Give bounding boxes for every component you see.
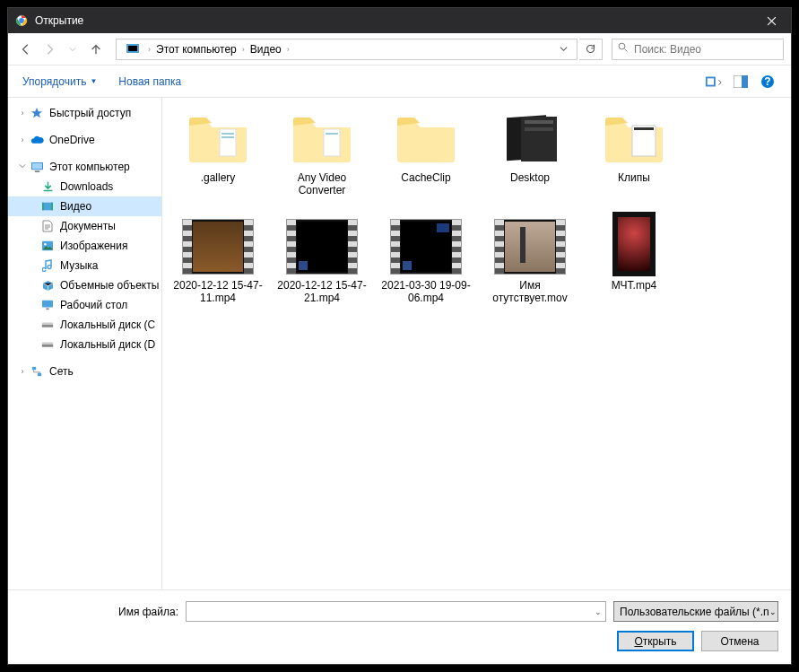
svg-rect-37 bbox=[632, 126, 656, 156]
svg-rect-14 bbox=[34, 170, 39, 172]
recent-dropdown[interactable] bbox=[62, 39, 83, 60]
organize-button[interactable]: Упорядочить▼ bbox=[19, 72, 100, 92]
cube-icon bbox=[40, 278, 55, 292]
breadcrumb-dropdown[interactable] bbox=[556, 43, 571, 56]
svg-rect-32 bbox=[326, 133, 338, 135]
back-button[interactable] bbox=[15, 39, 37, 60]
svg-point-1 bbox=[19, 18, 24, 23]
svg-rect-7 bbox=[708, 78, 714, 84]
drive-icon bbox=[40, 337, 55, 352]
sidebar-disk-c[interactable]: Локальный диск (C bbox=[8, 315, 161, 335]
breadcrumb-current[interactable]: Видео bbox=[248, 43, 284, 56]
sidebar-quick-access[interactable]: ›Быстрый доступ bbox=[8, 103, 161, 123]
svg-rect-27 bbox=[38, 373, 41, 376]
preview-pane-button[interactable] bbox=[728, 71, 753, 92]
svg-rect-26 bbox=[32, 367, 36, 370]
folder-item[interactable]: Any Video Converter bbox=[270, 107, 374, 214]
up-button[interactable] bbox=[85, 39, 107, 60]
svg-rect-25 bbox=[42, 345, 53, 347]
star-icon bbox=[30, 106, 44, 120]
titlebar[interactable]: Открытие bbox=[8, 8, 791, 33]
breadcrumb[interactable]: › Этот компьютер › Видео › bbox=[116, 39, 578, 60]
footer: Имя файла: ⌄ Пользовательские файлы (*.n… bbox=[8, 589, 791, 664]
monitor-icon bbox=[30, 160, 44, 174]
sidebar-downloads[interactable]: Downloads bbox=[8, 177, 161, 196]
sidebar-music[interactable]: Музыка bbox=[8, 256, 161, 275]
svg-point-5 bbox=[619, 43, 625, 49]
svg-rect-29 bbox=[221, 133, 234, 135]
navigation-bar: › Этот компьютер › Видео › Поиск: Видео bbox=[8, 33, 791, 65]
video-item[interactable]: МЧТ.mp4 bbox=[582, 214, 686, 322]
sidebar-documents[interactable]: Документы bbox=[8, 216, 161, 236]
help-button[interactable]: ? bbox=[755, 71, 780, 92]
picture-icon bbox=[40, 239, 55, 253]
sidebar-video[interactable]: Видео bbox=[8, 196, 161, 216]
sidebar-this-pc[interactable]: Этот компьютер bbox=[8, 157, 161, 177]
folder-item[interactable]: CacheClip bbox=[374, 107, 478, 214]
close-button[interactable] bbox=[751, 8, 791, 33]
download-icon bbox=[40, 179, 55, 194]
svg-rect-35 bbox=[525, 120, 553, 124]
sidebar-3d-objects[interactable]: Объемные объекты bbox=[8, 275, 161, 295]
search-input[interactable]: Поиск: Видео bbox=[612, 39, 784, 60]
svg-rect-17 bbox=[51, 203, 53, 211]
search-placeholder: Поиск: Видео bbox=[634, 43, 701, 56]
video-item[interactable]: 2021-03-30 19-09-06.mp4 bbox=[374, 214, 478, 322]
video-item[interactable]: 2020-12-12 15-47-21.mp4 bbox=[270, 214, 374, 322]
breadcrumb-sep: › bbox=[148, 45, 151, 54]
music-icon bbox=[40, 258, 55, 273]
video-thumb bbox=[182, 219, 254, 275]
refresh-button[interactable] bbox=[579, 39, 603, 60]
svg-rect-13 bbox=[31, 162, 41, 169]
video-item[interactable]: Имя отутствует.mov bbox=[478, 214, 582, 322]
breadcrumb-sep: › bbox=[242, 45, 245, 54]
sidebar-desktop[interactable]: Рабочий стол bbox=[8, 295, 161, 315]
video-thumb bbox=[390, 219, 462, 275]
folder-item[interactable]: .gallery bbox=[166, 107, 270, 214]
new-folder-button[interactable]: Новая папка bbox=[115, 72, 185, 92]
video-folder-icon bbox=[126, 41, 142, 57]
sidebar-disk-d[interactable]: Локальный диск (D bbox=[8, 335, 161, 354]
chrome-icon bbox=[15, 14, 28, 27]
view-button[interactable] bbox=[701, 71, 726, 92]
desktop-icon bbox=[40, 298, 55, 312]
video-thumb bbox=[286, 219, 358, 275]
folder-item[interactable]: Клипы bbox=[582, 107, 686, 214]
svg-rect-16 bbox=[42, 203, 44, 211]
sidebar-onedrive[interactable]: ›OneDrive bbox=[8, 130, 161, 150]
toolbar: Упорядочить▼ Новая папка ? bbox=[8, 65, 791, 98]
svg-rect-38 bbox=[634, 127, 654, 130]
svg-rect-9 bbox=[742, 75, 748, 88]
svg-point-19 bbox=[44, 243, 47, 246]
filetype-filter[interactable]: Пользовательские файлы (*.n⌄ bbox=[613, 601, 778, 622]
svg-rect-20 bbox=[42, 301, 53, 308]
document-icon bbox=[40, 219, 55, 233]
network-icon bbox=[30, 364, 44, 379]
drive-icon bbox=[40, 318, 55, 332]
forward-button[interactable] bbox=[39, 39, 60, 60]
dialog-body: ›Быстрый доступ ›OneDrive Этот компьютер… bbox=[8, 98, 791, 589]
video-icon bbox=[40, 199, 55, 214]
folder-item[interactable]: Desktop bbox=[478, 107, 582, 214]
file-open-dialog: Открытие › Этот компьютер › Видео › Поис… bbox=[7, 7, 792, 665]
svg-rect-23 bbox=[42, 325, 53, 327]
open-button[interactable]: Открыть bbox=[617, 631, 694, 651]
svg-rect-21 bbox=[46, 308, 48, 310]
file-list[interactable]: .gallery Any Video Converter CacheClip D… bbox=[162, 98, 791, 589]
video-thumb bbox=[494, 219, 566, 275]
cancel-button[interactable]: Отмена bbox=[701, 631, 778, 651]
svg-text:?: ? bbox=[764, 75, 770, 88]
svg-rect-4 bbox=[128, 46, 137, 51]
svg-rect-30 bbox=[221, 136, 234, 138]
svg-rect-15 bbox=[42, 203, 53, 211]
breadcrumb-sep: › bbox=[287, 45, 290, 54]
sidebar-pictures[interactable]: Изображения bbox=[8, 236, 161, 256]
svg-rect-36 bbox=[525, 127, 553, 131]
sidebar-network[interactable]: ›Сеть bbox=[8, 362, 161, 381]
sidebar: ›Быстрый доступ ›OneDrive Этот компьютер… bbox=[8, 98, 162, 589]
search-icon bbox=[618, 42, 629, 56]
window-title: Открытие bbox=[35, 14, 751, 27]
breadcrumb-root[interactable]: Этот компьютер bbox=[153, 43, 239, 56]
filename-input[interactable]: ⌄ bbox=[186, 601, 606, 622]
video-item[interactable]: 2020-12-12 15-47-11.mp4 bbox=[166, 214, 270, 322]
